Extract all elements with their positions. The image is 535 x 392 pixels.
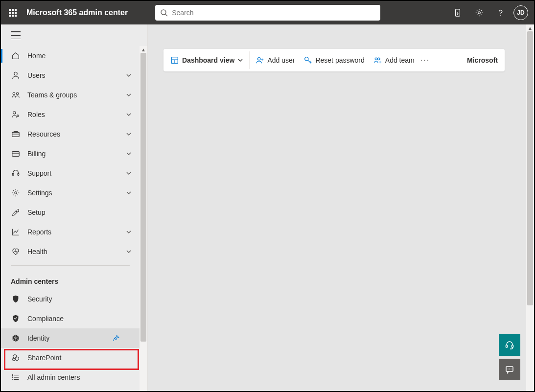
reset-password-button[interactable]: Reset password — [303, 49, 364, 71]
chevron-down-icon — [126, 170, 134, 176]
svg-line-1 — [165, 14, 167, 16]
sidebar-item-billing[interactable]: Billing — [1, 144, 140, 163]
sidebar-item-label: Users — [27, 71, 126, 79]
chevron-down-icon — [126, 229, 134, 235]
sidebar-item-settings[interactable]: Settings — [1, 183, 140, 203]
sidebar-item-resources[interactable]: Resources — [1, 124, 140, 144]
sidebar-item-setup[interactable]: Setup — [1, 203, 140, 222]
help-icon-button[interactable] — [490, 1, 512, 24]
nav-toggle-button[interactable] — [11, 31, 21, 39]
svg-point-15 — [15, 192, 17, 194]
sidebar-scrollbar[interactable]: ▲ — [140, 46, 147, 391]
sidebar-item-label: Security — [27, 295, 134, 303]
toolbar-separator — [249, 51, 250, 69]
settings-icon-button[interactable] — [468, 1, 490, 24]
svg-point-18 — [13, 358, 15, 361]
svg-point-24 — [12, 379, 13, 380]
setup-icon — [11, 208, 21, 217]
svg-point-7 — [16, 92, 19, 95]
sidebar-item-roles[interactable]: Roles — [1, 105, 140, 124]
sidebar-item-label: Reports — [27, 228, 126, 236]
scroll-up-arrow-icon: ▲ — [526, 24, 534, 31]
scrollbar-thumb[interactable] — [527, 31, 533, 305]
app-launcher-button[interactable] — [1, 1, 24, 24]
account-avatar[interactable]: JD — [513, 5, 528, 20]
scrollbar-thumb[interactable] — [140, 53, 146, 342]
svg-point-6 — [13, 92, 15, 95]
svg-point-29 — [305, 57, 308, 61]
overflow-menu-button[interactable]: ··· — [420, 56, 430, 65]
help-headset-button[interactable] — [499, 334, 520, 356]
phone-download-icon — [453, 8, 462, 17]
key-icon — [303, 56, 312, 65]
sidebar-item-sharepoint[interactable]: SharePoint — [1, 348, 140, 368]
chevron-down-icon — [126, 112, 134, 117]
svg-point-5 — [14, 72, 17, 75]
search-box[interactable] — [155, 5, 380, 21]
sidebar-item-all-admin-centers[interactable]: All admin centers — [1, 368, 140, 387]
search-input[interactable] — [172, 9, 375, 17]
sidebar-item-users[interactable]: Users — [1, 66, 140, 85]
svg-point-30 — [375, 58, 377, 60]
sidebar-item-label: SharePoint — [27, 354, 134, 362]
dashboard-view-label: Dashboard view — [182, 56, 234, 64]
roles-icon — [11, 110, 21, 119]
sidebar-item-label: Identity — [27, 334, 112, 342]
sidebar-item-security[interactable]: Security — [1, 289, 140, 309]
shield-icon — [11, 295, 21, 303]
teams-icon — [11, 91, 21, 99]
sidebar-item-identity[interactable]: Identity — [1, 328, 140, 348]
scroll-up-arrow-icon: ▲ — [140, 46, 147, 53]
dashboard-icon — [170, 56, 179, 65]
chevron-down-icon — [126, 249, 134, 254]
feedback-icon — [505, 365, 514, 374]
home-icon — [11, 51, 21, 60]
sidebar-item-home[interactable]: Home — [1, 46, 140, 66]
sidebar-item-compliance[interactable]: Compliance — [1, 309, 140, 328]
sidebar-item-reports[interactable]: Reports — [1, 222, 140, 242]
settings-icon — [11, 188, 21, 197]
svg-point-0 — [161, 10, 166, 15]
admin-centers-heading: Admin centers — [1, 270, 140, 289]
feedback-button[interactable] — [499, 359, 520, 380]
sidebar-item-health[interactable]: Health — [1, 242, 140, 261]
pin-icon[interactable] — [112, 334, 120, 342]
chevron-down-icon — [126, 72, 134, 78]
add-team-button[interactable]: Add team — [373, 49, 415, 71]
chevron-down-icon — [237, 57, 243, 63]
svg-point-36 — [509, 369, 510, 369]
main-scrollbar[interactable]: ▲ — [526, 24, 534, 391]
sidebar-item-label: Roles — [27, 111, 126, 118]
chevron-down-icon — [126, 151, 134, 157]
sidebar-item-label: Setup — [27, 208, 134, 216]
nav-divider — [11, 265, 130, 266]
chevron-down-icon — [126, 92, 134, 98]
svg-point-9 — [17, 115, 19, 117]
sidebar-item-label: Teams & groups — [27, 91, 126, 99]
gear-icon — [475, 8, 484, 17]
resources-icon — [11, 130, 21, 138]
sidebar-item-label: Health — [27, 248, 126, 255]
main-content: Dashboard view Add user Reset password A… — [148, 24, 534, 391]
svg-point-22 — [12, 375, 13, 376]
add-user-label: Add user — [267, 56, 295, 64]
svg-point-28 — [258, 58, 260, 60]
device-icon-button[interactable] — [447, 1, 468, 24]
sidebar-item-label: Home — [27, 52, 134, 60]
svg-point-37 — [511, 369, 512, 369]
health-icon — [11, 247, 21, 256]
dashboard-view-button[interactable]: Dashboard view — [170, 49, 243, 71]
svg-rect-33 — [512, 345, 513, 347]
sidebar-item-teams-groups[interactable]: Teams & groups — [1, 85, 140, 105]
app-title: Microsoft 365 admin center — [24, 8, 128, 17]
svg-point-16 — [13, 355, 17, 358]
command-bar: Dashboard view Add user Reset password A… — [163, 49, 505, 71]
identity-icon — [11, 334, 21, 343]
sidebar-item-support[interactable]: Support — [1, 163, 140, 183]
chevron-down-icon — [126, 131, 134, 137]
question-icon — [496, 8, 505, 17]
list-icon — [11, 373, 21, 382]
add-user-button[interactable]: Add user — [256, 49, 295, 71]
svg-rect-10 — [12, 132, 19, 137]
svg-point-23 — [12, 377, 13, 378]
